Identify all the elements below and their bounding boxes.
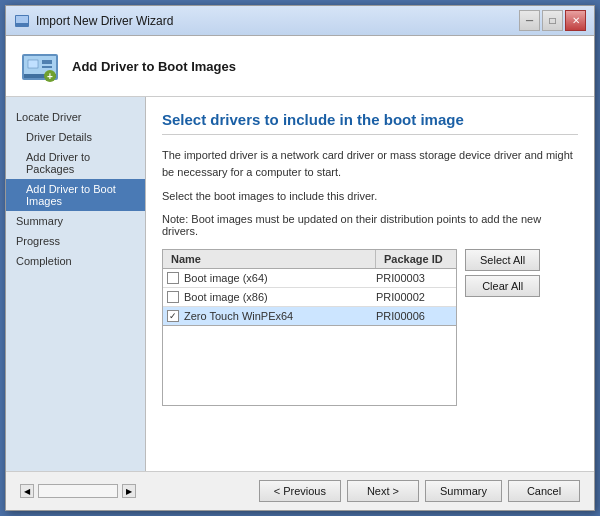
minimize-button[interactable]: ─ xyxy=(519,10,540,31)
sidebar: Locate Driver Driver Details Add Driver … xyxy=(6,97,146,471)
sidebar-item-locate-driver[interactable]: Locate Driver xyxy=(6,107,145,127)
description2: Select the boot images to include this d… xyxy=(162,188,578,205)
row1-checkbox[interactable] xyxy=(167,272,179,284)
table-side-buttons: Select All Clear All xyxy=(465,249,540,297)
window-title: Import New Driver Wizard xyxy=(36,14,173,28)
svg-text:+: + xyxy=(47,71,53,82)
svg-rect-2 xyxy=(16,23,28,25)
select-all-button[interactable]: Select All xyxy=(465,249,540,271)
table-empty-area xyxy=(162,326,457,406)
sidebar-item-add-to-boot[interactable]: Add Driver to Boot Images xyxy=(6,179,145,211)
row3-name-cell: ✓ Zero Touch WinPEx64 xyxy=(167,310,372,322)
title-bar: Import New Driver Wizard ─ □ ✕ xyxy=(6,6,594,36)
clear-all-button[interactable]: Clear All xyxy=(465,275,540,297)
boot-images-table-wrapper: Name Package ID Boot image (x64) PRI0000… xyxy=(162,249,457,406)
table-area-wrapper: Name Package ID Boot image (x64) PRI0000… xyxy=(162,249,578,406)
col-package-header: Package ID xyxy=(376,250,456,268)
content-title: Select drivers to include in the boot im… xyxy=(162,111,578,135)
summary-button[interactable]: Summary xyxy=(425,480,502,502)
description1: The imported driver is a network card dr… xyxy=(162,147,578,180)
sidebar-item-driver-details[interactable]: Driver Details xyxy=(6,127,145,147)
svg-rect-7 xyxy=(42,60,52,64)
title-controls: ─ □ ✕ xyxy=(519,10,586,31)
sidebar-item-summary[interactable]: Summary xyxy=(6,211,145,231)
next-button[interactable]: Next > xyxy=(347,480,419,502)
footer-buttons: < Previous Next > Summary Cancel xyxy=(259,480,580,502)
maximize-button[interactable]: □ xyxy=(542,10,563,31)
sidebar-item-progress[interactable]: Progress xyxy=(6,231,145,251)
row1-name-cell: Boot image (x64) xyxy=(167,272,372,284)
table-row[interactable]: Boot image (x64) PRI00003 xyxy=(163,269,456,288)
header-icon: + xyxy=(20,46,60,86)
wizard-window: Import New Driver Wizard ─ □ ✕ + Add Dri… xyxy=(5,5,595,511)
svg-rect-8 xyxy=(42,66,52,68)
svg-rect-6 xyxy=(28,60,38,68)
title-bar-left: Import New Driver Wizard xyxy=(14,13,173,29)
table-header: Name Package ID xyxy=(163,250,456,269)
scroll-right-arrow[interactable]: ▶ xyxy=(122,484,136,498)
sidebar-item-completion[interactable]: Completion xyxy=(6,251,145,271)
col-name-header: Name xyxy=(163,250,376,268)
wizard-header: + Add Driver to Boot Images xyxy=(6,36,594,97)
wizard-step-title: Add Driver to Boot Images xyxy=(72,59,236,74)
scroll-left-arrow[interactable]: ◀ xyxy=(20,484,34,498)
row3-id-cell: PRI00006 xyxy=(372,310,452,322)
main-content: Select drivers to include in the boot im… xyxy=(146,97,594,471)
note: Note: Boot images must be updated on the… xyxy=(162,213,578,237)
row2-checkbox[interactable] xyxy=(167,291,179,303)
row1-id-cell: PRI00003 xyxy=(372,272,452,284)
wizard-footer: ◀ ▶ < Previous Next > Summary Cancel xyxy=(6,471,594,510)
row2-name-cell: Boot image (x86) xyxy=(167,291,372,303)
sidebar-item-add-to-packages[interactable]: Add Driver to Packages xyxy=(6,147,145,179)
cancel-button[interactable]: Cancel xyxy=(508,480,580,502)
wizard-icon xyxy=(14,13,30,29)
close-button[interactable]: ✕ xyxy=(565,10,586,31)
scrollbar-track[interactable] xyxy=(38,484,118,498)
row2-id-cell: PRI00002 xyxy=(372,291,452,303)
row3-checkbox[interactable]: ✓ xyxy=(167,310,179,322)
previous-button[interactable]: < Previous xyxy=(259,480,341,502)
table-row[interactable]: Boot image (x86) PRI00002 xyxy=(163,288,456,307)
boot-images-table: Name Package ID Boot image (x64) PRI0000… xyxy=(162,249,457,326)
wizard-body: Locate Driver Driver Details Add Driver … xyxy=(6,97,594,471)
scrollbar-area: ◀ ▶ xyxy=(20,484,136,498)
table-row[interactable]: ✓ Zero Touch WinPEx64 PRI00006 xyxy=(163,307,456,325)
